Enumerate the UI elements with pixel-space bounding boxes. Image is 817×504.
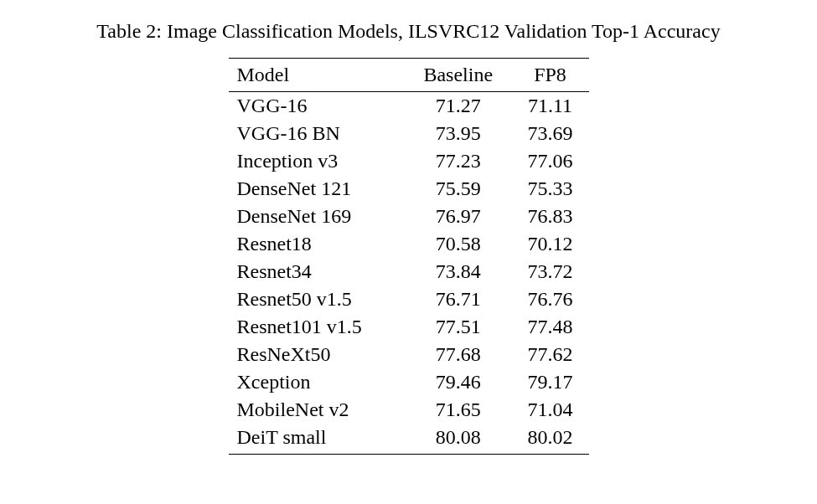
cell-fp8: 79.17 [512,368,589,396]
table-header-row: Model Baseline FP8 [229,59,589,92]
cell-fp8: 75.33 [512,175,589,203]
table-row: MobileNet v271.6571.04 [229,396,589,424]
cell-fp8: 80.02 [512,424,589,455]
cell-baseline: 71.27 [405,92,512,121]
table-row: Resnet101 v1.577.5177.48 [229,313,589,341]
cell-fp8: 77.62 [512,341,589,368]
cell-fp8: 71.04 [512,396,589,424]
cell-fp8: 76.76 [512,285,589,313]
cell-baseline: 80.08 [405,424,512,455]
cell-fp8: 76.83 [512,203,589,230]
cell-baseline: 79.46 [405,368,512,396]
cell-model: Resnet50 v1.5 [229,285,405,313]
cell-model: Resnet18 [229,230,405,258]
col-fp8: FP8 [512,59,589,92]
cell-baseline: 77.51 [405,313,512,341]
cell-baseline: 75.59 [405,175,512,203]
cell-baseline: 77.68 [405,341,512,368]
table-row: Xception79.4679.17 [229,368,589,396]
cell-baseline: 73.84 [405,258,512,285]
table-row: DeiT small80.0880.02 [229,424,589,455]
cell-fp8: 71.11 [512,92,589,121]
cell-baseline: 76.71 [405,285,512,313]
table-row: Resnet3473.8473.72 [229,258,589,285]
cell-baseline: 71.65 [405,396,512,424]
cell-baseline: 73.95 [405,120,512,147]
table-row: Resnet50 v1.576.7176.76 [229,285,589,313]
table-caption: Table 2: Image Classification Models, IL… [84,20,733,43]
cell-fp8: 77.48 [512,313,589,341]
cell-fp8: 73.72 [512,258,589,285]
cell-model: VGG-16 BN [229,120,405,147]
cell-model: MobileNet v2 [229,396,405,424]
table-row: Inception v377.2377.06 [229,147,589,175]
cell-baseline: 70.58 [405,230,512,258]
cell-model: ResNeXt50 [229,341,405,368]
cell-model: DenseNet 169 [229,203,405,230]
table-row: Resnet1870.5870.12 [229,230,589,258]
cell-fp8: 70.12 [512,230,589,258]
cell-fp8: 77.06 [512,147,589,175]
table-row: DenseNet 16976.9776.83 [229,203,589,230]
cell-model: VGG-16 [229,92,405,121]
table-row: VGG-16 BN73.9573.69 [229,120,589,147]
cell-model: Xception [229,368,405,396]
cell-model: Inception v3 [229,147,405,175]
table-row: ResNeXt5077.6877.62 [229,341,589,368]
table-row: VGG-1671.2771.11 [229,92,589,121]
cell-model: Resnet101 v1.5 [229,313,405,341]
cell-model: Resnet34 [229,258,405,285]
cell-baseline: 77.23 [405,147,512,175]
cell-baseline: 76.97 [405,203,512,230]
cell-model: DenseNet 121 [229,175,405,203]
col-baseline: Baseline [405,59,512,92]
table-row: DenseNet 12175.5975.33 [229,175,589,203]
results-table: Model Baseline FP8 VGG-1671.2771.11VGG-1… [229,58,589,455]
cell-model: DeiT small [229,424,405,455]
cell-fp8: 73.69 [512,120,589,147]
col-model: Model [229,59,405,92]
